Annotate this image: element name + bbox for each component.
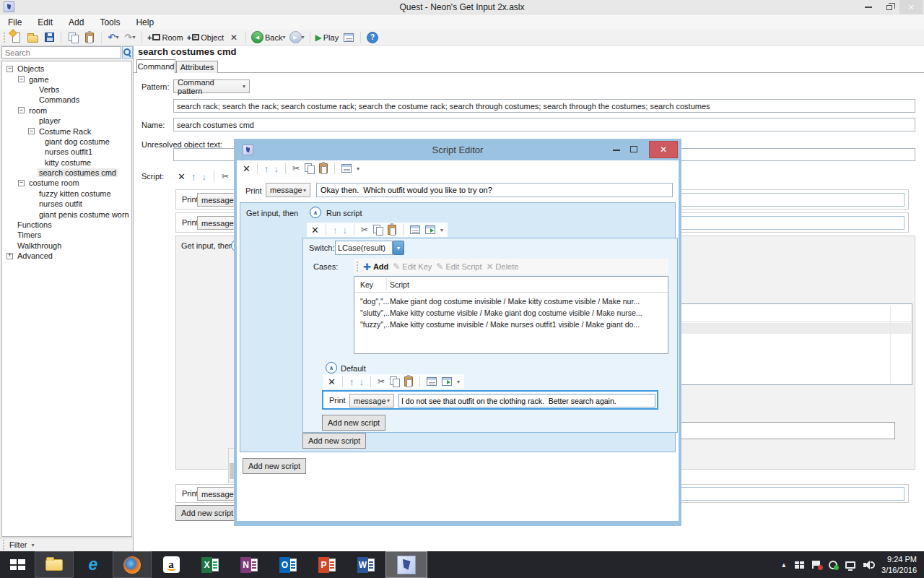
popout-icon[interactable] [442, 377, 452, 386]
name-input[interactable] [173, 118, 915, 131]
add-new-script-button[interactable]: Add new script [243, 458, 306, 474]
collapse-circle-icon[interactable]: ∧ [326, 362, 337, 374]
tree-item-fuzzy-kitten-costume[interactable]: fuzzy kitten costume [2, 189, 131, 199]
tree-item-search-costumes-cmd[interactable]: search costumes cmd [2, 168, 131, 178]
table-row[interactable]: "fuzzy",... Make kitty costume invisible… [354, 319, 666, 330]
forward-button[interactable]: ▶▾ [289, 30, 305, 45]
tree-item-giant-dog-costume[interactable]: giant dog costume [2, 137, 131, 147]
pattern-input[interactable] [173, 99, 915, 113]
move-up-icon[interactable]: ↑ [191, 171, 196, 182]
filter-bar[interactable]: Filter ▾ [0, 538, 133, 551]
copy-icon[interactable] [305, 163, 314, 173]
move-down-icon[interactable]: ↓ [342, 225, 347, 236]
tree-item-advanced[interactable]: Advanced [2, 251, 131, 261]
cut-icon[interactable]: ✂ [292, 163, 300, 173]
menu-help[interactable]: Help [128, 14, 162, 30]
taskbar-quest-active[interactable] [385, 551, 427, 578]
open-button[interactable] [26, 30, 39, 45]
tree-item-functions[interactable]: Functions [2, 220, 131, 230]
tray-windows-icon[interactable] [795, 561, 804, 569]
tree-expander-minus-icon[interactable] [28, 128, 35, 134]
add-new-script-button[interactable]: Add new script [175, 505, 239, 521]
code-view-icon[interactable] [341, 164, 352, 173]
menu-add[interactable]: Add [61, 14, 92, 30]
tree-item-objects[interactable]: Objects [2, 64, 131, 74]
paste-icon[interactable] [388, 225, 396, 235]
cut-icon[interactable]: ✂ [378, 376, 385, 387]
code-view-icon[interactable] [410, 225, 420, 234]
move-down-icon[interactable]: ↓ [201, 171, 206, 182]
edit-script-button[interactable]: ✎Edit Script [436, 262, 481, 272]
dialog-minimize-button[interactable] [613, 150, 620, 151]
cut-icon[interactable]: ✂ [361, 225, 368, 235]
taskbar-file-explorer[interactable] [35, 551, 74, 578]
switch-dropdown-button[interactable]: ▾ [393, 241, 404, 255]
add-case-button[interactable]: ✚Add [363, 262, 388, 272]
copy-button[interactable] [66, 30, 79, 45]
tree-item-commands[interactable]: Commands [2, 95, 131, 105]
paste-icon[interactable] [404, 376, 413, 387]
dialog-maximize-button[interactable] [630, 146, 637, 152]
tree-expander-minus-icon[interactable] [18, 76, 25, 82]
new-file-button[interactable] [9, 30, 22, 45]
back-button[interactable]: ◀Back▾ [251, 30, 285, 45]
popout-icon[interactable] [425, 225, 435, 234]
message-type-dropdown[interactable]: message▾ [197, 487, 239, 501]
menu-edit[interactable]: Edit [30, 14, 61, 30]
search-button[interactable] [122, 46, 133, 59]
copy-icon[interactable] [373, 225, 383, 235]
add-new-script-button[interactable]: Add new script [302, 433, 366, 449]
default-print-row-selected[interactable]: Print message▾ [322, 390, 658, 410]
taskbar-firefox[interactable] [113, 551, 152, 578]
dialog-close-button[interactable]: ✕ [649, 141, 678, 158]
delete-x-icon[interactable]: ✕ [328, 376, 336, 387]
tree-item-room[interactable]: room [2, 105, 131, 116]
add-room-button[interactable]: +Room [147, 30, 183, 45]
tab-attributes[interactable]: Attributes [176, 61, 218, 73]
save-button[interactable] [43, 30, 56, 45]
message-type-dropdown[interactable]: message▾ [266, 183, 310, 197]
move-down-icon[interactable]: ↓ [359, 376, 364, 387]
paste-button[interactable] [83, 30, 96, 45]
message-type-dropdown[interactable]: message▾ [197, 216, 239, 230]
search-input[interactable] [1, 46, 121, 59]
taskbar-amazon[interactable]: a [152, 551, 191, 578]
taskbar-outlook[interactable]: O [269, 551, 308, 578]
minimize-button[interactable] [858, 0, 879, 14]
copy-icon[interactable] [390, 376, 399, 387]
tree-item-walkthrough[interactable]: Walkthrough [2, 241, 131, 251]
move-up-icon[interactable]: ↑ [264, 163, 269, 174]
taskbar-powerpoint[interactable]: P [308, 551, 346, 578]
delete-case-button[interactable]: ✕Delete [487, 262, 519, 272]
tree-item-nurses-outfit1[interactable]: nurses outfit1 [2, 147, 131, 157]
table-row[interactable]: "slutty",... Make kitty costume visible … [354, 307, 666, 319]
add-new-script-button[interactable]: Add new script [322, 415, 385, 431]
paste-icon[interactable] [319, 163, 328, 173]
tree-item-verbs[interactable]: Verbs [2, 85, 131, 95]
tree-item-costume-rack[interactable]: Costume Rack [2, 126, 131, 136]
undo-button[interactable]: ↶▾ [107, 30, 120, 45]
default-print-text-input[interactable] [398, 394, 655, 407]
toolbar-overflow-icon[interactable]: ▾ [457, 379, 460, 385]
switch-expression-input[interactable]: LCase(result) [335, 241, 393, 255]
close-button[interactable]: ✕ [899, 0, 923, 14]
move-up-icon[interactable]: ↑ [349, 376, 354, 387]
delete-x-icon[interactable]: ✕ [243, 163, 250, 174]
delete-x-icon[interactable]: ✕ [178, 171, 186, 182]
menu-tools[interactable]: Tools [92, 14, 128, 30]
start-button[interactable] [0, 551, 35, 578]
tree-item-timers[interactable]: Timers [2, 230, 131, 240]
collapse-circle-icon[interactable]: ∧ [310, 207, 321, 218]
move-up-icon[interactable]: ↑ [333, 225, 338, 236]
toolbar-overflow-icon[interactable]: ▾ [357, 165, 359, 172]
help-button[interactable]: ? [366, 30, 379, 45]
pattern-type-dropdown[interactable]: Command pattern▾ [173, 79, 250, 93]
play-button[interactable]: ▶Play [315, 30, 339, 45]
message-type-dropdown[interactable]: message▾ [197, 193, 239, 207]
tree-expander-minus-icon[interactable] [18, 180, 25, 186]
cut-icon[interactable]: ✂ [222, 171, 229, 181]
delete-x-icon[interactable]: ✕ [311, 225, 319, 236]
taskbar-onenote[interactable]: N [230, 551, 269, 578]
code-view-button[interactable] [342, 30, 355, 45]
taskbar-word[interactable]: W [346, 551, 385, 578]
